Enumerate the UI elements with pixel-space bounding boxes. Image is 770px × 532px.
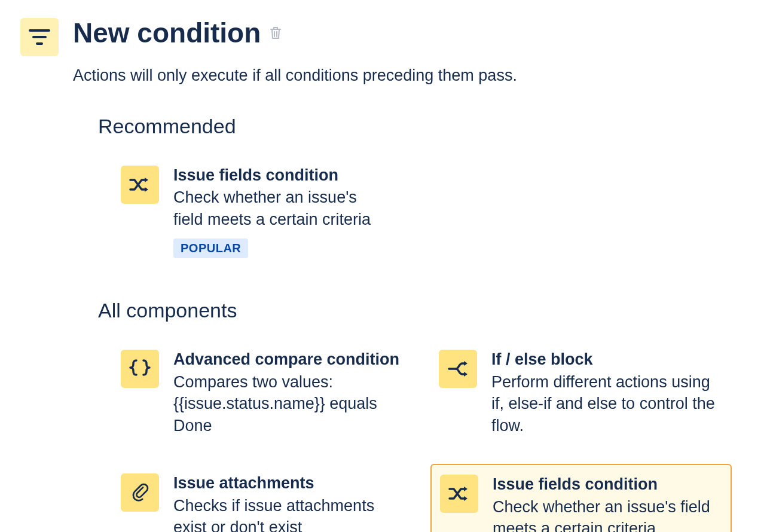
all-components-heading: All components [98, 299, 732, 322]
page-header: New condition Actions will only execute … [20, 18, 752, 85]
card-issue-fields-recommended[interactable]: Issue fields condition Check whether an … [112, 156, 399, 270]
popular-badge: POPULAR [173, 239, 248, 258]
recommended-heading: Recommended [98, 115, 732, 138]
card-issue-attachments[interactable]: Issue attachments Checks if issue attach… [112, 464, 414, 532]
card-if-else-block[interactable]: If / else block Perform different action… [430, 340, 732, 447]
card-issue-fields-condition[interactable]: Issue fields condition Check whether an … [430, 464, 732, 532]
delete-button[interactable] [269, 26, 282, 40]
shuffle-icon [121, 166, 159, 204]
trash-icon [269, 26, 282, 40]
card-description: Check whether an issue's field meets a c… [493, 496, 720, 532]
branch-icon [439, 350, 477, 388]
page-subtitle: Actions will only execute if all conditi… [73, 66, 752, 85]
card-title: Advanced compare condition [173, 350, 403, 370]
page-title: New condition [73, 18, 261, 48]
card-description: Check whether an issue's field meets a c… [173, 186, 389, 230]
card-description: Perform different actions using if, else… [491, 371, 721, 436]
card-description: Checks if issue attachments exist or don… [173, 495, 403, 532]
braces-icon [121, 350, 159, 388]
condition-filter-icon [20, 18, 59, 56]
paperclip-icon [121, 473, 159, 512]
shuffle-icon [440, 475, 478, 513]
card-title: If / else block [491, 350, 721, 370]
card-advanced-compare[interactable]: Advanced compare condition Compares two … [112, 340, 414, 447]
recommended-section: Recommended Issue fields condition Check… [98, 115, 732, 270]
all-components-section: All components Advanced compare conditio… [98, 299, 732, 532]
card-description: Compares two values: {{issue.status.name… [173, 371, 403, 436]
card-title: Issue fields condition [493, 475, 720, 495]
card-title: Issue attachments [173, 473, 403, 494]
card-title: Issue fields condition [173, 166, 389, 186]
